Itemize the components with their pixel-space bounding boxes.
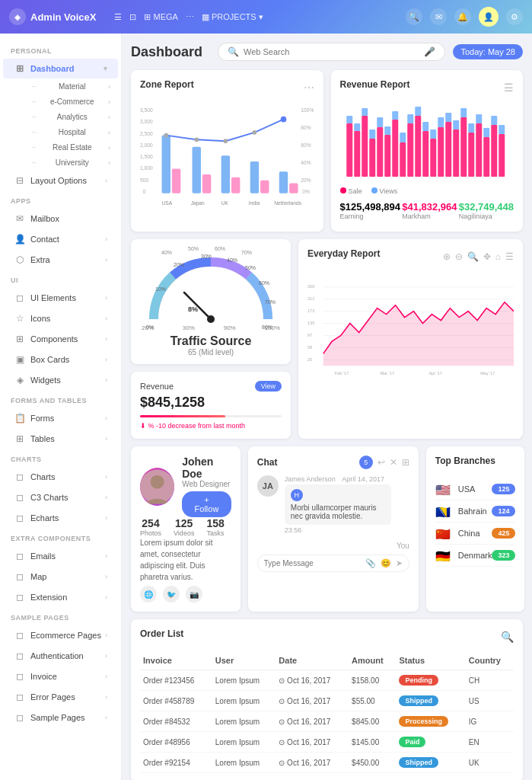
sidebar-item-material[interactable]: Material › [24, 79, 118, 94]
emoji-icon[interactable]: 😊 [381, 558, 391, 568]
sidebar-item-ecommerce[interactable]: e-Commerce › [24, 94, 118, 109]
cell-date: ⊙ Oct 16, 2017 [276, 670, 349, 691]
chat-input-bar[interactable]: 📎 😊 ➤ [257, 555, 409, 572]
send-icon[interactable]: ➤ [396, 558, 403, 568]
chat-expand-icon[interactable]: ⊞ [402, 457, 409, 468]
svg-text:60%: 60% [259, 280, 269, 286]
svg-rect-35 [346, 116, 352, 123]
sidebar-item-mailbox[interactable]: ✉ Mailbox [3, 209, 118, 229]
chevron-right-icon: › [105, 235, 107, 243]
cell-country: CH [466, 670, 514, 691]
date-display: Today: May 28 [453, 44, 523, 59]
chevron-right-icon: › [105, 414, 107, 422]
sidebar-item-ecommerce-pages[interactable]: ◻ Ecommerce Pages › [3, 625, 118, 645]
sidebar-item-emails[interactable]: ◻ Emails › [3, 546, 118, 566]
svg-text:58: 58 [307, 345, 312, 350]
svg-rect-56 [430, 139, 436, 177]
profile-stat-tasks: 158 Tasks [206, 517, 224, 537]
email-icon[interactable]: ✉ [430, 8, 447, 25]
sidebar-item-echarts[interactable]: ◻ Echarts › [3, 508, 118, 528]
chat-icon-1[interactable]: ↩ [377, 457, 385, 468]
sidebar-item-components[interactable]: ⊞ Components › [3, 329, 118, 349]
cell-status: Shipped [396, 753, 465, 773]
revenue-menu[interactable]: ☰ [504, 82, 514, 94]
instagram-icon[interactable]: 📷 [186, 586, 202, 603]
col-status: Status [396, 651, 465, 670]
revenue-stat-markham: $41,832,964 Markham [402, 201, 457, 220]
paperclip-icon[interactable]: 📎 [365, 558, 376, 568]
svg-text:212: 212 [307, 296, 314, 301]
search-icon[interactable]: 🔍 [467, 251, 479, 262]
sidebar-item-ui-elements[interactable]: ◻ UI Elements › [3, 288, 118, 308]
mega-menu[interactable]: ⊞ MEGA [144, 12, 177, 22]
chevron-right-icon: › [105, 514, 107, 522]
chat-message-input[interactable] [264, 559, 361, 567]
revenue-stat-nagiliniaya: $32,749,448 Nagiliniaya [459, 201, 514, 220]
follow-button[interactable]: + Follow [182, 491, 231, 517]
sample-pages-icon: ◻ [14, 712, 26, 723]
sidebar-item-map[interactable]: ◻ Map › [3, 567, 118, 587]
zone-report-menu[interactable]: ⋯ [304, 82, 314, 94]
dot-menu[interactable]: ⋯ [186, 12, 194, 22]
dashboard-header: Dashboard 🔍 🎤 Today: May 28 [131, 43, 523, 61]
pan-icon[interactable]: ✥ [483, 251, 491, 262]
home-icon[interactable]: ⌂ [495, 251, 501, 262]
sidebar-item-forms[interactable]: 📋 Forms › [3, 408, 118, 428]
chat-message: JA James Anderson April 14, 2017 H Morbi… [257, 475, 409, 534]
revenue-view-button[interactable]: View [255, 381, 282, 392]
sidebar-item-realestate[interactable]: Real Estate › [24, 140, 118, 155]
svg-text:India: India [249, 200, 260, 206]
order-search-icon[interactable]: 🔍 [501, 631, 514, 643]
cell-status: Shipped [396, 691, 465, 711]
revenue-stats: $125,498,894 Earning $41,832,964 Markham… [340, 201, 514, 220]
search-bar[interactable]: 🔍 🎤 [218, 43, 445, 61]
sidebar-item-extra[interactable]: ⬡ Extra › [3, 250, 118, 270]
zoom-in-icon[interactable]: ⊕ [443, 251, 451, 262]
search-icon[interactable]: 🔍 [406, 8, 422, 25]
svg-rect-70 [483, 137, 489, 177]
denmark-count: 323 [492, 550, 515, 561]
hamburger-icon[interactable]: ☰ [114, 12, 122, 22]
sidebar-item-dashboard[interactable]: ⊞ Dashboard ▾ [3, 59, 118, 78]
globe-icon[interactable]: 🌐 [140, 586, 157, 603]
sidebar-item-university[interactable]: University › [24, 155, 118, 170]
cell-invoice: Order #92154 [140, 753, 212, 773]
sidebar-item-charts[interactable]: ◻ Charts › [3, 467, 118, 487]
bahrain-flag: 🇧🇦 [435, 505, 452, 517]
svg-rect-74 [499, 134, 505, 177]
svg-rect-17 [202, 174, 211, 193]
bell-icon[interactable]: 🔔 [454, 8, 471, 25]
sidebar-item-layout[interactable]: ⊟ Layout Options › [3, 171, 118, 190]
sidebar-item-authentication[interactable]: ◻ Authentication › [3, 646, 118, 666]
sidebar-item-contact[interactable]: 👤 Contact › [3, 229, 118, 249]
sidebar-item-error-pages[interactable]: ◻ Error Pages › [3, 687, 118, 707]
sidebar-item-icons[interactable]: ☆ Icons › [3, 308, 118, 328]
sidebar-item-extension[interactable]: ◻ Extension › [3, 587, 118, 607]
sidebar-item-widgets[interactable]: ◈ Widgets › [3, 370, 118, 390]
c3charts-icon: ◻ [14, 492, 26, 503]
sidebar-item-boxcards[interactable]: ▣ Box Cards › [3, 350, 118, 369]
extension-icon: ◻ [14, 592, 26, 603]
sidebar-item-c3charts[interactable]: ◻ C3 Charts › [3, 488, 118, 507]
notification-icon[interactable]: ⊡ [129, 12, 136, 22]
twitter-icon[interactable]: 🐦 [163, 586, 180, 603]
search-input[interactable] [244, 47, 419, 56]
sidebar-item-invoice[interactable]: ◻ Invoice › [3, 667, 118, 686]
chat-time: 23:56 [285, 526, 391, 534]
projects-menu[interactable]: ▦ PROJECTS ▾ [202, 12, 263, 22]
chevron-right-icon: › [105, 693, 107, 701]
mic-icon[interactable]: 🎤 [424, 46, 435, 57]
profile-card: Johen Doe Web Designer + Follow 254 Phot… [131, 446, 241, 612]
revenue-legend: Sale Views [340, 187, 514, 195]
bahrain-name: Bahrain [458, 507, 487, 516]
list-icon[interactable]: ☰ [505, 251, 514, 262]
zoom-out-icon[interactable]: ⊖ [455, 251, 463, 262]
sidebar-item-sample-pages[interactable]: ◻ Sample Pages › [3, 708, 118, 727]
svg-text:0%: 0% [302, 189, 310, 194]
gear-icon[interactable]: ⚙ [506, 8, 523, 25]
sidebar-item-analytics[interactable]: Analytics › [24, 110, 118, 124]
sidebar-item-hospital[interactable]: Hospital › [24, 125, 118, 139]
sidebar-item-tables[interactable]: ⊞ Tables › [3, 429, 118, 449]
chat-close-icon[interactable]: ✕ [390, 457, 397, 468]
avatar[interactable]: 👤 [479, 7, 499, 27]
